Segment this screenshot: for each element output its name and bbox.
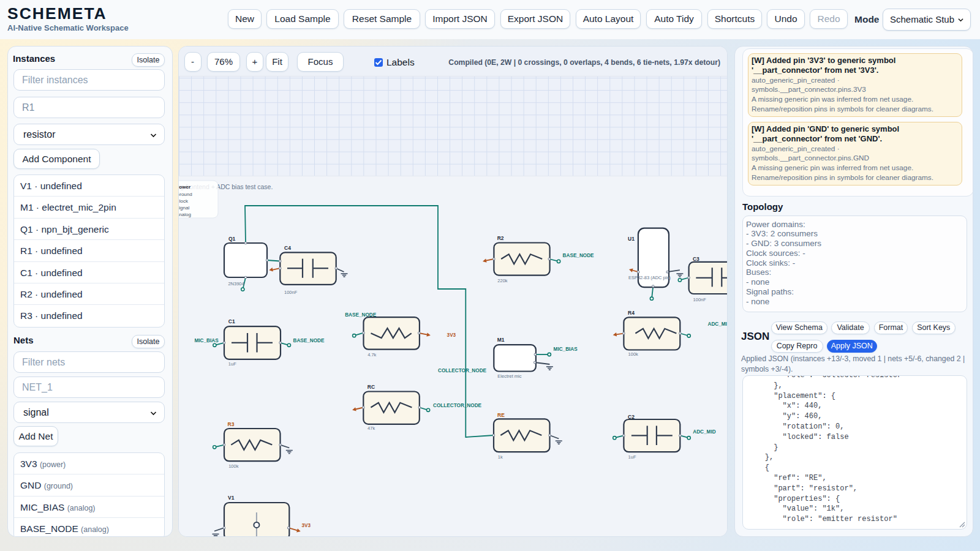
- svg-text:V1: V1: [228, 495, 235, 501]
- svg-text:100k: 100k: [628, 351, 639, 357]
- svg-text:BASE_NODE: BASE_NODE: [345, 312, 376, 318]
- svg-text:100nF: 100nF: [284, 290, 298, 295]
- svg-text:Q1: Q1: [228, 236, 236, 242]
- svg-text:C3: C3: [693, 256, 699, 262]
- svg-text:ADC_MID: ADC_MID: [708, 321, 728, 327]
- svg-text:MIC_BIAS: MIC_BIAS: [195, 338, 219, 343]
- svg-text:COLLECTOR_NODE: COLLECTOR_NODE: [438, 368, 487, 373]
- svg-text:M1: M1: [497, 337, 505, 343]
- svg-text:C1: C1: [228, 318, 235, 324]
- svg-text:C2: C2: [628, 414, 635, 420]
- svg-text:Clock: Clock: [179, 198, 189, 204]
- svg-text:BASE_NODE: BASE_NODE: [563, 253, 594, 258]
- svg-text:R3: R3: [228, 421, 235, 427]
- svg-text:ESP32-83 (ADC pin): ESP32-83 (ADC pin): [628, 275, 671, 280]
- svg-text:1uF: 1uF: [628, 454, 636, 460]
- svg-text:RC: RC: [368, 384, 375, 390]
- svg-text:100nF: 100nF: [693, 297, 707, 302]
- svg-text:U1: U1: [628, 236, 635, 242]
- svg-text:3V3: 3V3: [302, 523, 311, 528]
- svg-text:MIC_BIAS: MIC_BIAS: [554, 347, 578, 352]
- svg-text:C4: C4: [284, 245, 291, 251]
- svg-text:1k: 1k: [498, 454, 503, 460]
- svg-text:BASE_NODE: BASE_NODE: [293, 338, 325, 343]
- svg-text:Analog: Analog: [179, 212, 191, 217]
- svg-text:220k: 220k: [497, 278, 508, 283]
- svg-text:Electret mic: Electret mic: [497, 373, 521, 379]
- svg-text:RE: RE: [497, 412, 505, 418]
- svg-text:4.7k: 4.7k: [368, 352, 376, 358]
- svg-text:R2: R2: [497, 235, 504, 241]
- svg-text:2N3904: 2N3904: [228, 281, 244, 287]
- svg-text:Power: Power: [179, 184, 190, 190]
- svg-text:COLLECTOR_NODE: COLLECTOR_NODE: [433, 403, 482, 408]
- svg-text:47k: 47k: [368, 425, 375, 431]
- svg-text:ADC_MID: ADC_MID: [693, 429, 715, 435]
- svg-text:3V3: 3V3: [447, 332, 456, 338]
- svg-text:100k: 100k: [228, 463, 239, 469]
- svg-text:R4: R4: [628, 310, 635, 316]
- svg-text:Signal: Signal: [179, 205, 189, 211]
- svg-text:Ground: Ground: [179, 192, 192, 197]
- svg-text:1uF: 1uF: [228, 361, 236, 367]
